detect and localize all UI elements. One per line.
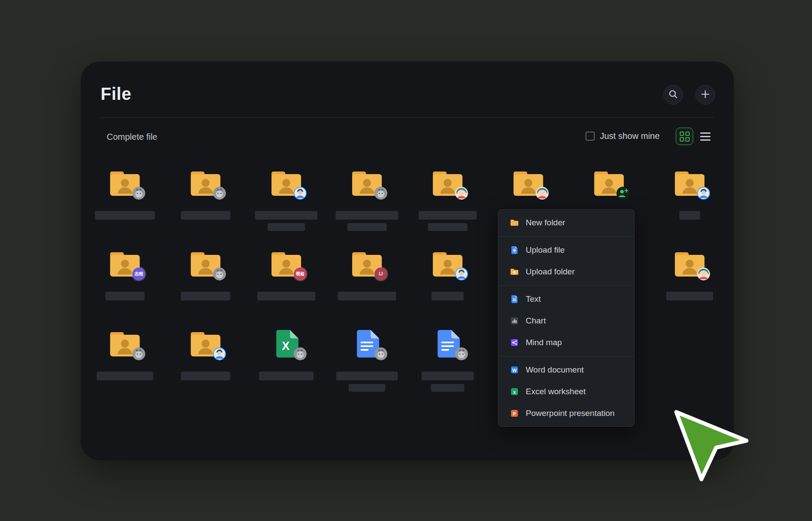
svg-text:x: x <box>513 389 516 395</box>
file-item[interactable] <box>165 330 246 404</box>
folder-user-icon <box>431 169 465 198</box>
file-name-placeholder <box>336 372 398 380</box>
menu-item-upload-folder[interactable]: Upload folder <box>498 261 634 283</box>
collaborator-avatar <box>455 187 468 200</box>
collaborator-avatar <box>213 267 226 280</box>
upload-file-icon <box>510 245 519 255</box>
folder-user-icon <box>189 250 223 279</box>
file-name-placeholder <box>431 384 465 392</box>
file-name-placeholder <box>422 372 474 380</box>
file-item[interactable] <box>85 330 165 404</box>
collaborator-avatar <box>455 347 468 360</box>
folder-user-icon <box>189 169 223 198</box>
collaborator-avatar <box>132 187 145 200</box>
folder-user-icon <box>431 250 465 279</box>
file-name-placeholder <box>349 384 385 392</box>
share-person-icon <box>616 187 629 200</box>
doc-file-icon <box>431 330 465 359</box>
svg-text:W: W <box>512 368 517 373</box>
folder-user-icon <box>108 330 142 359</box>
collaborator-badge: 志程 <box>132 267 145 280</box>
menu-divider <box>498 356 634 356</box>
menu-item-text[interactable]: Text <box>498 288 634 310</box>
file-name-placeholder <box>255 211 318 220</box>
chart-icon <box>510 316 519 326</box>
folder-user-icon: 志程 <box>108 250 142 279</box>
file-name-placeholder <box>97 372 153 380</box>
file-name-placeholder <box>338 292 396 300</box>
folder-user-icon <box>350 169 384 198</box>
new-item-context-menu: New folder Upload file Upload folder Tex… <box>498 209 635 427</box>
file-item[interactable] <box>407 330 488 404</box>
file-item[interactable] <box>246 169 327 243</box>
file-item[interactable] <box>649 250 730 324</box>
excel-file-icon: X <box>269 330 303 359</box>
collaborator-avatar <box>697 267 710 280</box>
menu-divider <box>498 285 634 286</box>
upload-folder-icon <box>510 267 519 277</box>
file-item[interactable] <box>85 169 165 243</box>
excel-icon: x <box>510 387 519 396</box>
svg-text:X: X <box>282 340 290 353</box>
file-item[interactable]: LI <box>327 250 407 324</box>
text-icon <box>510 294 519 304</box>
new-folder-icon <box>510 218 519 228</box>
menu-divider <box>498 236 634 237</box>
file-name-placeholder <box>336 211 398 220</box>
file-item[interactable] <box>407 169 488 243</box>
collaborator-badge: 视短 <box>294 267 307 280</box>
file-item[interactable] <box>165 169 246 243</box>
file-item[interactable]: 志程 <box>85 250 165 324</box>
menu-item-new-folder[interactable]: New folder <box>498 212 634 234</box>
menu-item-chart[interactable]: Chart <box>498 310 634 332</box>
folder-user-icon <box>269 169 303 198</box>
file-name-placeholder <box>419 211 477 220</box>
collaborator-avatar <box>294 187 307 200</box>
file-name-placeholder <box>347 223 387 231</box>
menu-item-powerpoint-presentation[interactable]: P Powerpoint presentation <box>498 402 634 424</box>
file-name-placeholder <box>181 292 230 300</box>
collaborator-avatar <box>374 187 387 200</box>
file-item[interactable] <box>327 330 407 404</box>
file-item[interactable]: X <box>246 330 327 404</box>
folder-user-icon <box>673 169 707 198</box>
collaborator-avatar <box>697 187 710 200</box>
folder-user-icon <box>592 169 626 198</box>
menu-item-word-document[interactable]: W Word document <box>498 359 634 381</box>
folder-user-icon <box>189 330 223 359</box>
file-name-placeholder <box>679 211 700 220</box>
collaborator-badge: LI <box>374 267 387 280</box>
collaborator-avatar <box>294 347 307 360</box>
menu-item-excel-worksheet[interactable]: x Excel worksheet <box>498 381 634 402</box>
mind-map-icon <box>510 338 519 347</box>
file-name-placeholder <box>428 223 468 231</box>
powerpoint-icon: P <box>510 409 519 418</box>
folder-user-icon <box>673 250 707 279</box>
collaborator-avatar <box>213 347 226 360</box>
file-item[interactable] <box>165 250 246 324</box>
collaborator-avatar <box>374 347 387 360</box>
file-item[interactable] <box>407 250 488 324</box>
file-name-placeholder <box>181 211 230 220</box>
file-name-placeholder <box>666 292 713 300</box>
doc-file-icon <box>350 330 384 359</box>
file-name-placeholder <box>257 292 315 300</box>
file-name-placeholder <box>105 292 144 300</box>
folder-user-icon: 视短 <box>269 250 303 279</box>
file-name-placeholder <box>432 292 464 300</box>
folder-user-icon: LI <box>350 250 384 279</box>
word-icon: W <box>510 365 519 375</box>
file-name-placeholder <box>259 372 314 380</box>
file-name-placeholder <box>95 211 155 220</box>
collaborator-avatar <box>132 347 145 360</box>
folder-user-icon <box>108 169 142 198</box>
file-manager-window: File Complete file Just show mine <box>81 62 734 460</box>
file-item[interactable]: 视短 <box>246 250 327 324</box>
file-item[interactable] <box>649 169 730 243</box>
menu-item-upload-file[interactable]: Upload file <box>498 239 634 261</box>
file-item[interactable] <box>327 169 407 243</box>
svg-text:P: P <box>513 411 516 416</box>
file-grid: 志程 视短 <box>81 62 734 460</box>
menu-item-mind-map[interactable]: Mind map <box>498 332 634 353</box>
file-name-placeholder <box>268 223 305 231</box>
